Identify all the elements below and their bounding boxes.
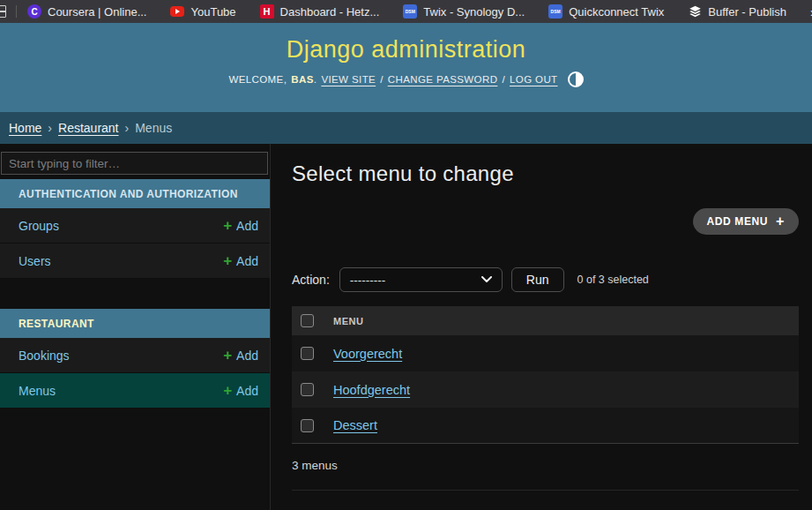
row-checkbox[interactable] [301, 419, 314, 432]
menu-item-link[interactable]: Voorgerecht [333, 347, 402, 361]
log-out-link[interactable]: LOG OUT [510, 74, 558, 85]
sidebar-item-menus[interactable]: Menus + Add [0, 373, 270, 409]
change-password-link[interactable]: CHANGE PASSWORD [388, 74, 498, 85]
menu-column-header[interactable]: MENU [333, 316, 363, 326]
sidebar-section-gap [0, 279, 270, 309]
coursera-icon: C [27, 4, 41, 19]
bookmark-label: Twix - Synology D... [423, 5, 525, 19]
sidebar-item-groups[interactable]: Groups + Add [0, 208, 270, 244]
add-menu-label: ADD MENU [707, 215, 768, 228]
youtube-icon [170, 6, 184, 17]
bookmark-hetzner[interactable]: H Dashboard - Hetz... [260, 4, 380, 19]
action-label: Action: [292, 273, 330, 287]
bookmark-label: Quickconnect Twix [569, 5, 664, 19]
bookmark-coursera[interactable]: C Coursera | Online... [27, 4, 146, 19]
breadcrumb-separator: › [48, 121, 52, 135]
breadcrumb-app-link[interactable]: Restaurant [58, 121, 118, 135]
browser-sidebar-icon[interactable] [0, 4, 9, 19]
bookings-link[interactable]: Bookings [19, 349, 70, 363]
bookmark-quickconnect[interactable]: DSM Quickconnect Twix [548, 4, 664, 19]
buffer-layers-icon [688, 4, 702, 19]
menu-item-link[interactable]: Hoofdgerecht [333, 383, 410, 397]
add-label: Add [236, 384, 258, 398]
bookmark-label: YouTube [190, 5, 235, 19]
sidebar-item-users[interactable]: Users + Add [0, 244, 270, 279]
browser-bookmarks-bar: C Coursera | Online... YouTube H Dashboa… [0, 0, 812, 23]
pagination-divider [292, 490, 799, 491]
sidebar-item-bookings[interactable]: Bookings + Add [0, 338, 270, 373]
bookmark-label: Coursera | Online... [48, 5, 146, 19]
bookmark-youtube[interactable]: YouTube [170, 5, 235, 19]
welcome-suffix: . [314, 74, 317, 85]
nav-sidebar: AUTHENTICATION AND AUTHORIZATION Groups … [0, 144, 271, 510]
chevron-down-icon [481, 276, 492, 283]
bookmark-buffer[interactable]: Buffer - Publish [688, 4, 786, 19]
add-label: Add [236, 349, 258, 363]
welcome-text: WELCOME, [228, 74, 287, 85]
dsm-icon: DSM [403, 4, 417, 19]
main-content: Select menu to change ADD MENU + Action:… [272, 144, 812, 510]
row-checkbox[interactable] [301, 383, 314, 396]
plus-icon: + [223, 218, 232, 233]
theme-toggle-icon[interactable] [568, 71, 584, 87]
groups-link[interactable]: Groups [19, 219, 59, 233]
users-link[interactable]: Users [19, 254, 51, 268]
breadcrumb-home-link[interactable]: Home [9, 121, 41, 135]
sidebar-section-restaurant[interactable]: RESTAURANT [0, 309, 270, 338]
table-row: Voorgerecht [292, 335, 799, 371]
bookmark-divider [16, 5, 17, 18]
sidebar-filter-input[interactable] [1, 152, 268, 175]
add-label: Add [236, 219, 258, 233]
bookmark-label: Dashboard - Hetz... [280, 5, 380, 19]
user-tools: WELCOME, BAS. VIEW SITE / CHANGE PASSWOR… [0, 71, 812, 87]
username: BAS [291, 74, 313, 85]
menus-link[interactable]: Menus [19, 384, 56, 398]
add-label: Add [236, 254, 258, 268]
menu-item-link[interactable]: Dessert [333, 418, 377, 432]
dsm-icon: DSM [548, 4, 562, 19]
table-row: Hoofdgerecht [292, 371, 799, 408]
table-row: Dessert [292, 408, 799, 444]
plus-icon: + [223, 348, 232, 363]
link-separator: / [380, 74, 384, 85]
page-title: Select menu to change [292, 161, 799, 186]
view-site-link[interactable]: VIEW SITE [321, 74, 376, 85]
bookmark-label: Buffer - Publish [708, 5, 786, 19]
actions-bar: Action: --------- Run 0 of 3 selected [292, 267, 799, 292]
result-count: 3 menus [292, 459, 799, 472]
action-select[interactable]: --------- [339, 267, 503, 292]
action-selected-value: --------- [350, 274, 385, 287]
add-menus-link[interactable]: + Add [223, 383, 258, 398]
plus-icon: + [223, 383, 232, 398]
breadcrumb-current: Menus [135, 121, 172, 135]
add-menu-button[interactable]: ADD MENU + [693, 208, 799, 235]
add-bookings-link[interactable]: + Add [223, 348, 258, 363]
plus-icon: + [223, 253, 232, 268]
bookmark-twix-synology[interactable]: DSM Twix - Synology D... [403, 4, 525, 19]
run-button[interactable]: Run [511, 267, 564, 292]
result-table: MENU Voorgerecht Hoofdgerecht Dessert [292, 306, 799, 444]
plus-icon: + [776, 216, 785, 228]
add-groups-link[interactable]: + Add [223, 218, 258, 233]
breadcrumb-separator: › [125, 121, 130, 135]
sidebar-section-auth[interactable]: AUTHENTICATION AND AUTHORIZATION [0, 179, 270, 208]
breadcrumb: Home › Restaurant › Menus [0, 112, 812, 144]
table-header-row: MENU [292, 306, 799, 335]
link-separator: / [502, 74, 505, 85]
row-checkbox[interactable] [301, 347, 314, 360]
action-counter: 0 of 3 selected [577, 274, 649, 286]
add-users-link[interactable]: + Add [223, 253, 258, 268]
admin-header: Django administration WELCOME, BAS. VIEW… [0, 23, 812, 112]
select-all-checkbox[interactable] [301, 314, 314, 327]
site-title[interactable]: Django administration [0, 23, 812, 64]
hetzner-icon: H [260, 4, 274, 19]
